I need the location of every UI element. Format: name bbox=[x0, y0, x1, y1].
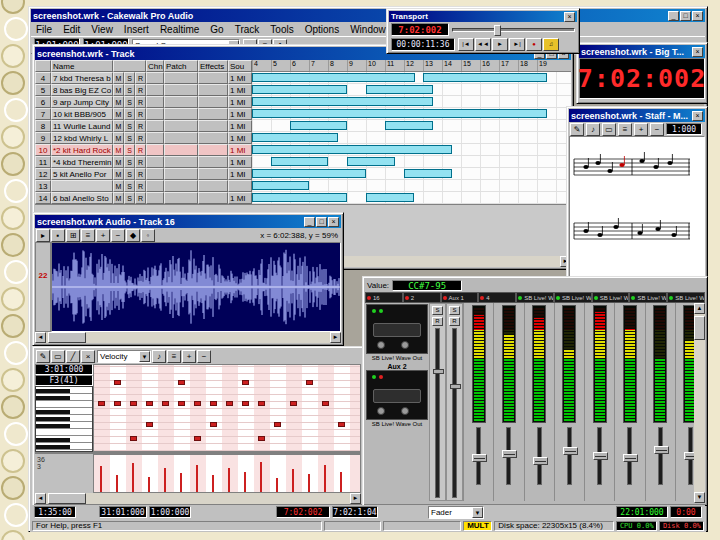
track-name[interactable]: 10 kit BBB/905 bbox=[51, 108, 113, 120]
transport-button-0[interactable]: |◄ bbox=[458, 38, 474, 51]
audio-tool-icon-6[interactable]: ◆ bbox=[126, 229, 140, 242]
track-m-button[interactable]: M bbox=[113, 84, 124, 96]
track-m-button[interactable]: M bbox=[113, 168, 124, 180]
midi-note[interactable] bbox=[338, 422, 345, 427]
transport-titlebar[interactable]: Transport × bbox=[389, 11, 577, 22]
midi-clip[interactable] bbox=[347, 157, 395, 166]
track-s-button[interactable]: S bbox=[124, 132, 135, 144]
midi-note[interactable] bbox=[194, 436, 201, 441]
staff-tool-icon-3[interactable]: ≡ bbox=[618, 123, 632, 136]
scrollbar-thumb[interactable] bbox=[694, 316, 705, 340]
menu-realtime[interactable]: Realtime bbox=[160, 24, 199, 35]
midi-clip[interactable] bbox=[366, 193, 414, 202]
fader-thumb-icon[interactable] bbox=[563, 447, 578, 455]
track-name[interactable]: *4 kbd Theremin bbox=[51, 156, 113, 168]
scroll-left-icon[interactable]: ◄ bbox=[35, 332, 46, 343]
close-icon[interactable]: × bbox=[692, 111, 703, 121]
staff-tool-icon-4[interactable]: + bbox=[634, 123, 648, 136]
channel-fader[interactable] bbox=[567, 427, 572, 485]
channel-fader[interactable] bbox=[627, 427, 632, 485]
velocity-bar[interactable] bbox=[100, 466, 102, 492]
menu-window[interactable]: Window bbox=[350, 24, 386, 35]
channel-fader[interactable] bbox=[476, 427, 481, 485]
midi-note[interactable] bbox=[322, 401, 329, 406]
track-m-button[interactable]: M bbox=[113, 192, 124, 204]
console-module-header[interactable]: SB Live! W bbox=[554, 292, 592, 303]
piano-view-icon-3[interactable]: − bbox=[197, 350, 211, 363]
scrollbar-thumb[interactable] bbox=[48, 332, 86, 343]
module-knob[interactable] bbox=[401, 407, 409, 415]
track-r-button[interactable]: R bbox=[135, 96, 146, 108]
midi-clip[interactable] bbox=[252, 73, 415, 82]
midi-note[interactable] bbox=[242, 401, 249, 406]
track-r-button[interactable]: R bbox=[135, 72, 146, 84]
mini-fader[interactable] bbox=[452, 328, 457, 498]
track-name[interactable]: 6 bal Anello Sto bbox=[51, 192, 113, 204]
velocity-bar[interactable] bbox=[340, 472, 342, 492]
velocity-bar[interactable] bbox=[212, 475, 214, 492]
track-m-button[interactable]: M bbox=[113, 144, 124, 156]
midi-note[interactable] bbox=[258, 436, 265, 441]
staff-titlebar[interactable]: screenshot.wrk - Staff - M... × bbox=[569, 109, 705, 122]
scrollbar-track[interactable] bbox=[694, 314, 705, 492]
console-module-header[interactable]: Aux 1 bbox=[441, 292, 479, 303]
transport-button-2[interactable]: ► bbox=[492, 38, 508, 51]
slider-thumb[interactable] bbox=[494, 25, 501, 36]
close-icon[interactable]: × bbox=[692, 47, 703, 57]
console-module-header[interactable]: 16 bbox=[365, 292, 403, 303]
main-titlebar[interactable]: screenshot.wrk - Cakewalk Pro Audio _ □ … bbox=[31, 9, 705, 22]
track-name[interactable]: 7 kbd Theresa b bbox=[51, 72, 113, 84]
menu-view[interactable]: View bbox=[91, 24, 113, 35]
track-m-button[interactable]: M bbox=[113, 132, 124, 144]
maximize-icon[interactable]: □ bbox=[316, 217, 327, 227]
chevron-down-icon[interactable]: ▼ bbox=[472, 507, 483, 518]
midi-note[interactable] bbox=[274, 422, 281, 427]
midi-note[interactable] bbox=[114, 401, 121, 406]
console-module-header[interactable]: SB Live! W bbox=[629, 292, 667, 303]
close-icon[interactable]: × bbox=[564, 12, 575, 22]
track-r-button[interactable]: R bbox=[135, 192, 146, 204]
piano-view-icon-1[interactable]: ≡ bbox=[167, 350, 181, 363]
scroll-down-icon[interactable]: ▼ bbox=[694, 492, 705, 503]
strip-r-button[interactable]: R bbox=[449, 317, 460, 326]
channel-strip[interactable] bbox=[584, 303, 614, 501]
transport-button-3[interactable]: ►| bbox=[509, 38, 525, 51]
midi-note[interactable] bbox=[210, 401, 217, 406]
track-r-button[interactable]: R bbox=[135, 168, 146, 180]
track-name[interactable]: 12 kbd Whirly L bbox=[51, 132, 113, 144]
console-module-header[interactable]: SB Live! W bbox=[516, 292, 554, 303]
transport-position-slider[interactable] bbox=[452, 28, 575, 32]
track-row[interactable]: 710 kit BBB/905MSR1 MI bbox=[35, 108, 571, 120]
track-row[interactable]: 47 kbd Theresa bMSR1 MI bbox=[35, 72, 571, 84]
channel-fader[interactable] bbox=[506, 427, 511, 485]
piano-black-key[interactable] bbox=[36, 389, 70, 393]
midi-note[interactable] bbox=[130, 436, 137, 441]
fader-thumb-icon[interactable] bbox=[623, 454, 638, 462]
audio-tool-icon-0[interactable]: ▸ bbox=[36, 229, 50, 242]
module-knob[interactable] bbox=[401, 341, 409, 349]
midi-clip[interactable] bbox=[271, 157, 328, 166]
minimize-icon[interactable]: _ bbox=[668, 11, 679, 21]
track-row[interactable]: 58 bas Big EZ CoMSR1 MI bbox=[35, 84, 571, 96]
track-s-button[interactable]: S bbox=[124, 180, 135, 192]
channel-strip[interactable] bbox=[493, 303, 523, 501]
track-m-button[interactable]: M bbox=[113, 72, 124, 84]
bigtime-titlebar[interactable]: screenshot.wrk - Big T... × bbox=[579, 45, 705, 58]
track-row[interactable]: 10*2 kit Hard RockMSR1 MI bbox=[35, 144, 571, 156]
velocity-pane[interactable] bbox=[93, 454, 361, 493]
track-row[interactable]: 811 Wurlie LaundMSR1 MI bbox=[35, 120, 571, 132]
midi-note[interactable] bbox=[306, 380, 313, 385]
transport-button-5[interactable]: ♫ bbox=[543, 38, 559, 51]
velocity-bar[interactable] bbox=[244, 472, 246, 492]
midi-note[interactable] bbox=[178, 401, 185, 406]
audio-tool-icon-3[interactable]: ≡ bbox=[81, 229, 95, 242]
clip-lane[interactable] bbox=[252, 168, 571, 180]
track-name[interactable]: 5 kit Anello Por bbox=[51, 168, 113, 180]
fader-thumb-icon[interactable] bbox=[654, 446, 669, 454]
velocity-bar[interactable] bbox=[132, 463, 134, 492]
waveform-display[interactable] bbox=[51, 242, 341, 332]
track-m-button[interactable]: M bbox=[113, 180, 124, 192]
fader-thumb-icon[interactable] bbox=[472, 454, 487, 462]
midi-note[interactable] bbox=[146, 422, 153, 427]
midi-note[interactable] bbox=[162, 401, 169, 406]
